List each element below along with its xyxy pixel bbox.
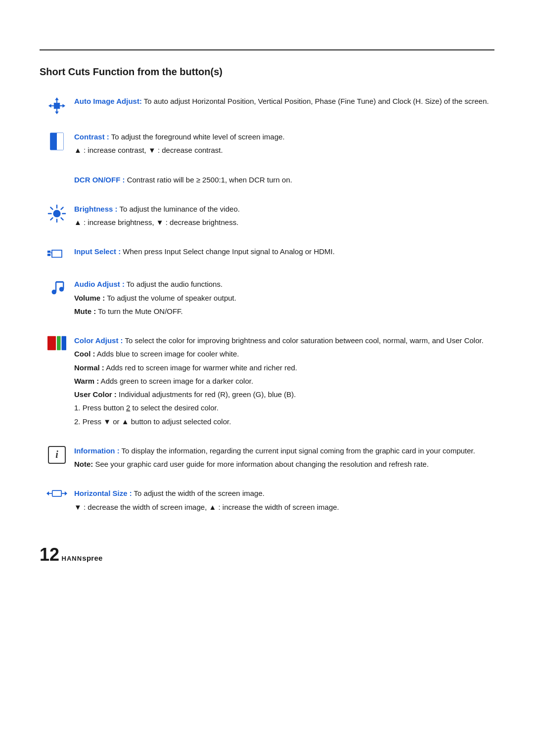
icon-audio-adjust — [40, 278, 74, 297]
svg-rect-2 — [56, 100, 57, 103]
icon-information: i — [40, 445, 74, 464]
text-information: Information : To display the information… — [74, 445, 494, 472]
svg-line-17 — [61, 218, 63, 220]
svg-point-11 — [53, 210, 60, 217]
section-audio-adjust: Audio Adjust : To adjust the audio funct… — [40, 278, 494, 319]
icon-brightness — [40, 203, 74, 223]
section-brightness: Brightness : To adjust the luminance of … — [40, 203, 494, 230]
section-information: i Information : To display the informati… — [40, 445, 494, 472]
text-auto-image-adjust: Auto Image Adjust: To auto adjust Horizo… — [74, 95, 494, 109]
text-input-select: Input Select : When press Input Select c… — [74, 246, 494, 259]
text-brightness: Brightness : To adjust the luminance of … — [74, 203, 494, 230]
footer-brand-lower: spree — [82, 554, 103, 562]
section-color-adjust: Color Adjust : To select the color for i… — [40, 335, 494, 429]
footer-brand: HANNspree — [59, 554, 103, 562]
icon-input-select — [40, 246, 74, 263]
svg-point-28 — [52, 290, 56, 294]
footer: 12 HANNspree — [40, 544, 494, 565]
page-title: Short Cuts Function from the button(s) — [40, 66, 494, 78]
section-dcr: DCR ON/OFF : Contrast ratio will be ≥ 25… — [40, 174, 494, 187]
svg-rect-25 — [56, 281, 63, 283]
footer-brand-upper: HANN — [62, 555, 83, 562]
svg-rect-10 — [57, 133, 63, 150]
svg-line-19 — [50, 218, 52, 220]
svg-rect-4 — [56, 109, 57, 112]
top-divider — [40, 49, 494, 50]
svg-rect-6 — [51, 105, 54, 106]
svg-rect-35 — [52, 490, 61, 496]
text-contrast: Contrast : To adjust the foreground whit… — [74, 131, 494, 158]
svg-point-29 — [59, 287, 64, 291]
svg-rect-22 — [47, 251, 50, 253]
svg-rect-23 — [47, 254, 50, 256]
svg-rect-8 — [60, 105, 63, 106]
svg-rect-31 — [57, 336, 61, 351]
section-contrast: Contrast : To adjust the foreground whit… — [40, 131, 494, 158]
svg-rect-30 — [47, 336, 56, 351]
section-horizontal-size: Horizontal Size : To adjust the width of… — [40, 488, 494, 515]
text-dcr: DCR ON/OFF : Contrast ratio will be ≥ 25… — [74, 174, 494, 187]
section-auto-image-adjust: Auto Image Adjust: To auto adjust Horizo… — [40, 95, 494, 115]
svg-rect-32 — [62, 336, 67, 351]
icon-dcr-none — [40, 174, 74, 175]
svg-rect-21 — [52, 251, 61, 257]
icon-color-adjust — [40, 335, 74, 351]
svg-marker-37 — [65, 491, 67, 495]
icon-horizontal-size — [40, 488, 74, 498]
text-horizontal-size: Horizontal Size : To adjust the width of… — [74, 488, 494, 515]
svg-line-18 — [61, 207, 63, 209]
section-input-select: Input Select : When press Input Select c… — [40, 246, 494, 263]
icon-auto-image-adjust — [40, 95, 74, 115]
icon-contrast — [40, 131, 74, 151]
text-color-adjust: Color Adjust : To select the color for i… — [74, 335, 494, 429]
svg-rect-0 — [54, 103, 59, 108]
svg-line-16 — [50, 207, 52, 209]
text-audio-adjust: Audio Adjust : To adjust the audio funct… — [74, 278, 494, 319]
footer-page-number: 12 — [40, 544, 59, 565]
